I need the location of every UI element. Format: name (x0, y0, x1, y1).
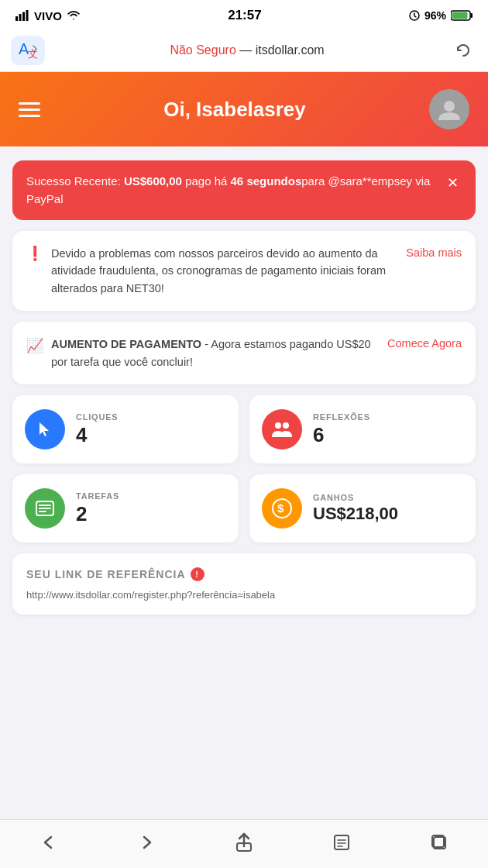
ganhos-icon: $ (262, 488, 302, 529)
status-battery-area: 96% (409, 9, 473, 22)
boost-card-text: AUMENTO DE PAGAMENTO - Agora estamos pag… (51, 336, 380, 370)
reflexoes-label: REFLEXÕES (313, 412, 370, 422)
url-bar[interactable]: Não Seguro — itsdollar.com (54, 43, 440, 57)
forward-icon (138, 834, 155, 851)
stat-card-reflexoes[interactable]: REFLEXÕES 6 (249, 395, 476, 463)
battery-percent: 96% (424, 9, 446, 22)
stats-grid: CLIQUES 4 REFLEXÕES 6 (12, 395, 476, 542)
people-icon (271, 420, 293, 439)
battery-icon (451, 10, 473, 21)
bottom-nav (0, 819, 488, 868)
dollar-icon: $ (271, 498, 293, 519)
warning-icon: ❗ (26, 245, 43, 262)
stat-card-cliques[interactable]: CLIQUES 4 (12, 395, 239, 463)
svg-rect-1 (19, 14, 22, 21)
cliques-info: CLIQUES 4 (76, 412, 119, 447)
cliques-icon (25, 409, 65, 450)
svg-rect-7 (471, 13, 473, 18)
bookmarks-icon (333, 834, 350, 851)
reference-title: SEU LINK DE REFERÊNCIA ! (26, 567, 462, 581)
tarefas-label: TAREFAS (76, 491, 119, 501)
svg-rect-2 (22, 12, 25, 22)
svg-rect-0 (15, 16, 18, 21)
hamburger-line-3 (19, 115, 40, 117)
alert-text: Sucesso Recente: US$600,00 pago há 46 se… (26, 173, 436, 208)
reload-icon (455, 42, 472, 59)
menu-button[interactable] (19, 102, 40, 117)
alert-prefix: Sucesso Recente: (26, 174, 124, 188)
forward-button[interactable] (123, 828, 170, 857)
stat-card-ganhos[interactable]: $ GANHOS US$218,00 (249, 474, 476, 542)
alarm-icon (409, 10, 420, 21)
translate-button[interactable]: A 文 (11, 36, 45, 65)
back-icon (40, 834, 57, 851)
info-card: ❗ Devido a problemas com nossos parceiro… (12, 231, 476, 311)
info-card-text: Devido a problemas com nossos parceiros … (51, 245, 398, 297)
translate-icon: A 文 (18, 42, 38, 59)
bookmarks-button[interactable] (318, 828, 365, 857)
reference-url[interactable]: http://www.itsdollar.com/register.php?re… (26, 589, 462, 601)
tabs-icon (431, 834, 448, 851)
svg-point-12 (283, 422, 289, 429)
tarefas-icon (25, 488, 65, 529)
alert-time: 46 segundos (231, 174, 302, 188)
back-button[interactable] (26, 828, 72, 857)
reference-info-badge: ! (191, 567, 204, 581)
status-bar: VIVO 21:57 96% (0, 0, 488, 29)
share-icon (235, 832, 253, 852)
alert-amount: US$600,00 (124, 174, 182, 188)
reference-title-text: SEU LINK DE REFERÊNCIA (26, 568, 186, 580)
url-domain: itsdollar.com (256, 43, 325, 57)
status-carrier: VIVO (15, 9, 81, 22)
svg-point-10 (444, 101, 455, 112)
reference-card: SEU LINK DE REFERÊNCIA ! http://www.itsd… (12, 553, 476, 615)
hamburger-line-2 (19, 108, 40, 111)
alert-middle: pago há (182, 174, 231, 188)
wifi-icon (67, 10, 81, 21)
reflexoes-icon (262, 409, 302, 450)
carrier-name: VIVO (34, 9, 62, 22)
list-icon (35, 499, 55, 518)
app-header: Oi, Isabelasrey (0, 72, 488, 146)
reload-button[interactable] (449, 36, 477, 64)
hamburger-line-1 (19, 102, 40, 105)
url-separator: — (239, 43, 255, 57)
reflexoes-info: REFLEXÕES 6 (313, 412, 370, 447)
status-time: 21:57 (228, 8, 261, 23)
svg-rect-3 (26, 10, 29, 21)
ganhos-info: GANHOS US$218,00 (313, 493, 398, 524)
boost-icon: 📈 (26, 337, 43, 354)
svg-text:$: $ (277, 501, 284, 515)
reflexoes-value: 6 (313, 423, 370, 447)
svg-rect-6 (452, 12, 468, 19)
cursor-icon (35, 419, 55, 439)
boost-card: 📈 AUMENTO DE PAGAMENTO - Agora estamos p… (12, 322, 476, 384)
start-now-link[interactable]: Comece Agora (387, 337, 462, 350)
main-content: Sucesso Recente: US$600,00 pago há 46 se… (0, 146, 488, 629)
svg-rect-20 (335, 835, 349, 849)
svg-text:文: 文 (28, 48, 38, 59)
learn-more-link[interactable]: Saiba mais (406, 246, 462, 259)
greeting-text: Oi, Isabelasrey (163, 98, 306, 122)
ganhos-value: US$218,00 (313, 504, 398, 524)
tarefas-info: TAREFAS 2 (76, 491, 119, 526)
stat-card-tarefas[interactable]: TAREFAS 2 (12, 474, 239, 542)
cliques-label: CLIQUES (76, 412, 119, 422)
share-button[interactable] (221, 828, 267, 857)
user-icon (437, 97, 462, 122)
cliques-value: 4 (76, 423, 119, 447)
alert-close-button[interactable]: ✕ (444, 173, 462, 193)
alert-banner: Sucesso Recente: US$600,00 pago há 46 se… (12, 160, 476, 220)
ganhos-label: GANHOS (313, 493, 398, 502)
browser-bar: A 文 Não Seguro — itsdollar.com (0, 29, 488, 72)
svg-point-11 (275, 422, 281, 429)
tabs-button[interactable] (416, 828, 462, 857)
signal-icon (15, 10, 29, 21)
tarefas-value: 2 (76, 502, 119, 526)
avatar[interactable] (429, 89, 469, 129)
boost-label: AUMENTO DE PAGAMENTO (51, 338, 201, 350)
not-secure-label: Não Seguro (170, 43, 235, 57)
